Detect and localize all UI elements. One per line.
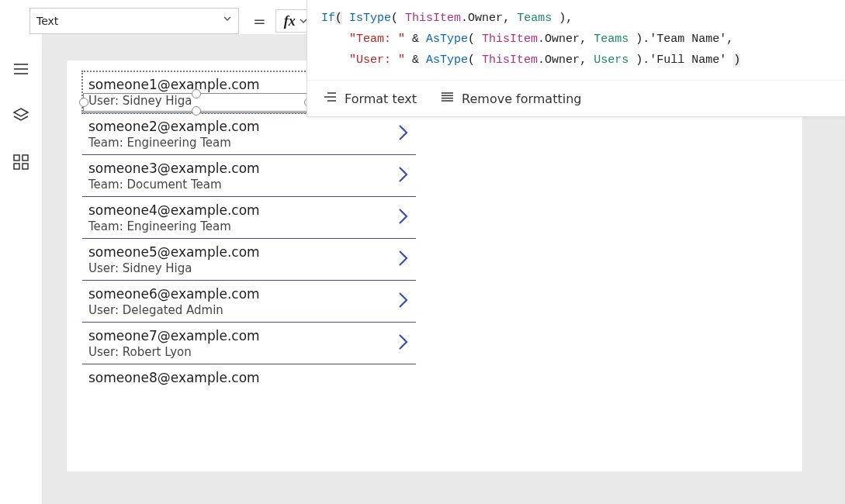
gallery[interactable]: someone1@example.comUser: Sidney Higasom… — [82, 71, 416, 390]
gallery-item-title: someone8@example.com — [88, 370, 410, 385]
formula-editor-panel: If( IsType( ThisItem.Owner, Teams ), "Te… — [306, 0, 845, 117]
formula-token-func: AsType — [426, 33, 468, 46]
chevron-right-icon[interactable] — [397, 248, 410, 271]
gallery-item[interactable]: someone2@example.comTeam: Engineering Te… — [82, 113, 416, 155]
svg-marker-10 — [14, 109, 28, 116]
chevron-down-icon — [223, 13, 232, 26]
gallery-item-title: someone3@example.com — [88, 161, 410, 176]
selection-handle[interactable] — [79, 98, 88, 107]
gallery-item[interactable]: someone4@example.comTeam: Engineering Te… — [82, 197, 416, 239]
gallery-item-subtitle: Team: Engineering Team — [88, 219, 410, 233]
gallery-item-title: someone5@example.com — [88, 244, 410, 260]
formula-token-field: Owner — [545, 54, 580, 67]
formula-token-comma: , — [580, 33, 594, 46]
gallery-item-subtitle: User: Sidney Higa — [88, 261, 410, 275]
chevron-right-icon[interactable] — [397, 290, 410, 313]
formula-token-dot: . — [642, 54, 649, 67]
formula-token-str: "User: " — [349, 54, 405, 67]
gallery-item[interactable]: someone3@example.comTeam: Document Team — [82, 155, 416, 197]
remove-formatting-button[interactable]: Remove formatting — [440, 91, 581, 106]
gallery-item-title: someone7@example.com — [88, 328, 410, 343]
property-select-value: Text — [36, 15, 58, 27]
formula-token-dot: . — [538, 33, 545, 46]
formula-token-space — [342, 12, 349, 25]
formula-token-field: 'Full Name' — [649, 54, 726, 67]
formula-token-type: Teams — [517, 12, 552, 25]
app-screen[interactable]: someone1@example.comUser: Sidney Higasom… — [67, 60, 802, 471]
gallery-item[interactable]: someone5@example.comUser: Sidney Higa — [82, 239, 416, 281]
fx-icon: fx — [284, 13, 296, 29]
formula-token-paren: ( — [468, 33, 482, 46]
formula-token-comma: , — [580, 54, 594, 67]
formula-token-comma: , — [726, 33, 733, 46]
left-rail — [0, 47, 43, 504]
formula-token-paren: ( — [468, 54, 482, 67]
formula-token-field: Owner — [545, 33, 580, 46]
formula-token-paren: ( — [391, 12, 405, 25]
svg-rect-12 — [23, 155, 28, 161]
gallery-item-subtitle: Team: Engineering Team — [88, 136, 410, 150]
formula-token-dot: . — [642, 33, 649, 46]
layers-icon[interactable] — [12, 107, 29, 124]
formula-token-type: Teams — [594, 33, 629, 46]
gallery-item-subtitle: Team: Document Team — [88, 178, 410, 192]
chevron-right-icon[interactable] — [397, 206, 410, 230]
formula-token-paren_hl: ( — [335, 12, 342, 25]
formula-token-indent — [321, 54, 349, 67]
formula-token-func: If — [321, 12, 335, 25]
gallery-item-subtitle: User: Robert Lyon — [88, 345, 410, 359]
chevron-right-icon[interactable] — [397, 332, 410, 355]
formula-token-paren_hl: ) — [733, 54, 740, 67]
formula-token-paren: ) — [629, 33, 642, 46]
formula-token-indent — [321, 33, 349, 46]
gallery-item-subtitle: User: Delegated Admin — [88, 303, 410, 317]
formula-token-func: AsType — [426, 54, 468, 67]
formula-editor[interactable]: If( IsType( ThisItem.Owner, Teams ), "Te… — [307, 0, 845, 80]
gallery-item-title: someone2@example.com — [88, 119, 410, 134]
formula-token-paren: ) — [629, 54, 642, 67]
gallery-item[interactable]: someone8@example.com — [82, 364, 416, 390]
formula-token-comma: , — [503, 12, 517, 25]
format-text-icon — [323, 91, 337, 106]
property-select[interactable]: Text — [29, 8, 239, 34]
svg-rect-11 — [14, 155, 19, 161]
formula-token-dot: . — [538, 54, 545, 67]
formula-token-amp: & — [405, 54, 426, 67]
formula-token-field: Owner — [468, 12, 503, 25]
formula-token-prop: ThisItem — [482, 33, 538, 46]
formula-token-type: Users — [594, 54, 629, 67]
formula-token-str: "Team: " — [349, 33, 405, 46]
formula-token-dot: . — [461, 12, 468, 25]
formula-token-space — [726, 54, 733, 67]
formula-token-func: IsType — [349, 12, 391, 25]
gallery-item[interactable]: someone7@example.comUser: Robert Lyon — [82, 323, 416, 364]
formula-token-prop: ThisItem — [405, 12, 461, 25]
tree-view-icon[interactable] — [12, 60, 29, 78]
format-text-button[interactable]: Format text — [323, 91, 417, 106]
components-icon[interactable] — [12, 154, 29, 171]
chevron-right-icon[interactable] — [397, 164, 410, 188]
formula-token-comma: , — [566, 12, 573, 25]
gallery-item-title: someone4@example.com — [88, 202, 410, 218]
svg-rect-13 — [14, 164, 19, 169]
chevron-right-icon[interactable] — [397, 123, 410, 146]
formula-token-field: 'Team Name' — [649, 33, 726, 46]
formula-token-prop: ThisItem — [482, 54, 538, 67]
remove-formatting-label: Remove formatting — [462, 91, 581, 106]
gallery-item-title: someone6@example.com — [88, 286, 410, 302]
gallery-item[interactable]: someone6@example.comUser: Delegated Admi… — [82, 281, 416, 323]
svg-rect-14 — [23, 164, 28, 169]
format-text-label: Format text — [345, 91, 417, 106]
formula-token-amp: & — [405, 33, 426, 46]
equals-label: = — [253, 12, 266, 30]
formula-token-paren: ) — [552, 12, 566, 25]
formula-toolbar: Format text Remove formatting — [307, 80, 845, 116]
remove-formatting-icon — [440, 91, 454, 106]
